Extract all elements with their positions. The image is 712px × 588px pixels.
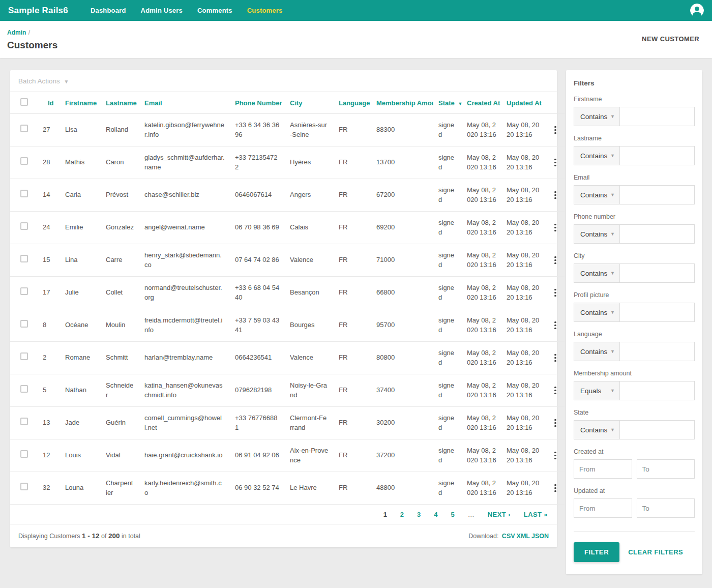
cell-amount: 66800 (371, 277, 433, 309)
filter-button[interactable]: FILTER (574, 542, 619, 562)
displaying-summary: Displaying Customers 1 - 12 of 200 in to… (18, 532, 140, 540)
nav-item-customers[interactable]: Customers (247, 7, 283, 14)
row-select-cell (10, 244, 43, 277)
row-actions-cell (546, 179, 565, 212)
filter-operator-select-email[interactable]: Contains▼ (574, 185, 619, 204)
filter-operator-select-language[interactable]: Contains▼ (574, 342, 619, 361)
pagination-next-button[interactable]: NEXT › (488, 511, 511, 518)
download-xml-link[interactable]: XML (517, 533, 530, 540)
kebab-menu-icon[interactable] (551, 385, 559, 397)
row-select-cell (10, 179, 43, 212)
row-checkbox[interactable] (20, 320, 28, 328)
cell-state: signed (433, 439, 462, 472)
column-header-city[interactable]: City (285, 92, 334, 114)
kebab-menu-icon[interactable] (551, 417, 559, 429)
row-checkbox[interactable] (20, 157, 28, 165)
breadcrumb-admin-link[interactable]: Admin (7, 29, 26, 36)
column-header-membership-amount[interactable]: Membership Amount (371, 92, 433, 114)
kebab-menu-icon[interactable] (551, 222, 559, 234)
cell-created_at: May 08, 2020 13:16 (462, 374, 501, 407)
pagination-page-5[interactable]: 5 (451, 511, 455, 518)
column-header-id[interactable]: Id (43, 92, 60, 114)
table-row: 32LounaCharpentierkarly.heidenreich@smit… (10, 472, 565, 505)
row-checkbox[interactable] (20, 255, 28, 262)
row-checkbox[interactable] (20, 352, 28, 360)
cell-email: angel@weinat.name (139, 212, 230, 244)
filter-created-at-to-input[interactable] (637, 459, 695, 479)
column-header-lastname[interactable]: Lastname (101, 92, 139, 114)
cell-phone: +33 6 34 36 36 96 (230, 114, 285, 146)
filter-group-lastname: LastnameContains▼ (574, 135, 695, 165)
cell-lastname: Prévost (101, 179, 139, 212)
filter-updated-at-from-input[interactable] (574, 498, 632, 518)
filter-input-state[interactable] (619, 420, 695, 439)
filter-input-profil-picture[interactable] (619, 303, 695, 322)
table-row: 8OcéaneMoulinfreida.mcdermott@treutel.in… (10, 309, 565, 342)
select-all-checkbox[interactable] (20, 98, 28, 106)
table-row: 24EmilieGonzalezangel@weinat.name06 70 9… (10, 212, 565, 244)
filter-input-phone-number[interactable] (619, 224, 695, 244)
column-header-actions (546, 92, 565, 114)
row-checkbox[interactable] (20, 125, 28, 132)
kebab-menu-icon[interactable] (551, 482, 559, 494)
download-json-link[interactable]: JSON (531, 533, 549, 540)
filter-operator-select-phone-number[interactable]: Contains▼ (574, 224, 619, 244)
row-checkbox[interactable] (20, 190, 28, 197)
pagination-page-4[interactable]: 4 (434, 511, 437, 518)
column-header-state[interactable]: State ▼ (433, 92, 462, 114)
nav-item-admin-users[interactable]: Admin Users (141, 7, 183, 14)
filter-operator-select-city[interactable]: Contains▼ (574, 263, 619, 283)
kebab-menu-icon[interactable] (551, 254, 559, 267)
kebab-menu-icon[interactable] (551, 319, 559, 332)
kebab-menu-icon[interactable] (551, 157, 559, 169)
cell-updated_at: May 08, 2020 13:16 (501, 244, 546, 277)
filter-created-at-from-input[interactable] (574, 459, 632, 479)
user-avatar-icon[interactable] (690, 4, 704, 17)
kebab-menu-icon[interactable] (551, 287, 559, 299)
download-csv-link[interactable]: CSV (502, 533, 515, 540)
filter-operator-select-state[interactable]: Contains▼ (574, 420, 619, 439)
column-header-firstname[interactable]: Firstname (60, 92, 101, 114)
column-header-created-at[interactable]: Created At (462, 92, 501, 114)
row-checkbox[interactable] (20, 222, 28, 230)
column-header-email[interactable]: Email (139, 92, 230, 114)
batch-actions-dropdown[interactable]: Batch Actions ▼ (10, 70, 557, 92)
row-actions-cell (546, 374, 565, 407)
filter-input-city[interactable] (619, 263, 695, 283)
pagination-page-3[interactable]: 3 (417, 511, 421, 518)
filter-input-email[interactable] (619, 185, 695, 204)
column-header-phone-number[interactable]: Phone Number (230, 92, 285, 114)
kebab-menu-icon[interactable] (551, 352, 559, 364)
row-checkbox[interactable] (20, 483, 28, 490)
filter-operator-select-profil-picture[interactable]: Contains▼ (574, 303, 619, 322)
filter-operator-select-firstname[interactable]: Contains▼ (574, 107, 619, 126)
kebab-menu-icon[interactable] (551, 450, 559, 462)
row-checkbox[interactable] (20, 418, 28, 425)
filter-operator-select-lastname[interactable]: Contains▼ (574, 146, 619, 165)
kebab-menu-icon[interactable] (551, 124, 559, 136)
column-header-language[interactable]: Language (334, 92, 371, 114)
row-checkbox[interactable] (20, 385, 28, 393)
pagination-page-2[interactable]: 2 (400, 511, 404, 518)
kebab-menu-icon[interactable] (551, 189, 559, 201)
filter-input-lastname[interactable] (619, 146, 695, 165)
pagination-last-button[interactable]: LAST » (524, 511, 548, 518)
filter-input-language[interactable] (619, 342, 695, 361)
filter-input-firstname[interactable] (619, 107, 695, 126)
clear-filters-button[interactable]: CLEAR FILTERS (628, 548, 683, 556)
cell-firstname: Louis (60, 439, 101, 472)
cell-email: chase@schiller.biz (139, 179, 230, 212)
new-customer-button[interactable]: NEW CUSTOMER (641, 31, 700, 47)
cell-created_at: May 08, 2020 13:16 (462, 472, 501, 505)
filter-updated-at-to-input[interactable] (637, 498, 695, 518)
filter-input-membership-amount[interactable] (619, 381, 695, 400)
nav-item-comments[interactable]: Comments (197, 7, 232, 14)
filter-operator-select-membership-amount[interactable]: Equals▼ (574, 381, 619, 400)
row-checkbox[interactable] (20, 450, 28, 458)
cell-amount: 95700 (371, 309, 433, 342)
column-header-updated-at[interactable]: Updated At (501, 92, 546, 114)
nav-item-dashboard[interactable]: Dashboard (91, 7, 126, 14)
row-checkbox[interactable] (20, 287, 28, 295)
cell-state: signed (433, 212, 462, 244)
cell-phone: 0646067614 (230, 179, 285, 212)
